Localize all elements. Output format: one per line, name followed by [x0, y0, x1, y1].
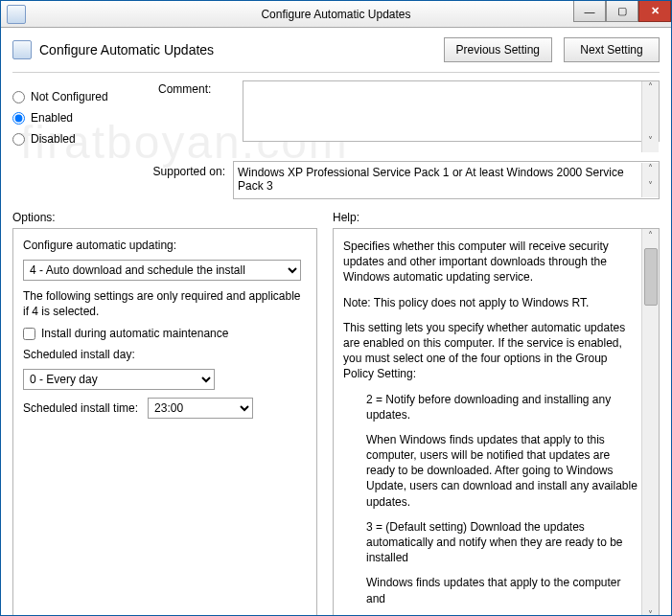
separator: [12, 72, 660, 73]
help-p7: Windows finds updates that apply to the …: [343, 575, 637, 605]
help-panel: Specifies whether this computer will rec…: [333, 228, 660, 616]
comment-label: Comment:: [158, 80, 235, 153]
config-updating-select[interactable]: 4 - Auto download and schedule the insta…: [23, 260, 301, 281]
minimize-button[interactable]: —: [573, 1, 606, 22]
supported-on-value: Windows XP Professional Service Pack 1 o…: [238, 166, 624, 193]
help-p1: Specifies whether this computer will rec…: [343, 239, 637, 285]
supported-on-label: Supported on:: [12, 161, 225, 178]
radio-disabled-label: Disabled: [31, 132, 76, 146]
sched-time-label: Scheduled install time:: [23, 401, 138, 415]
titlebar: Configure Automatic Updates — ▢ ✕: [1, 1, 671, 28]
sched-time-select[interactable]: 23:00: [148, 398, 253, 419]
help-label: Help:: [333, 211, 359, 224]
state-radio-group: Not Configured Enabled Disabled: [12, 80, 147, 153]
maintenance-label: Install during automatic maintenance: [41, 327, 228, 340]
options-label: Options:: [12, 211, 317, 224]
radio-enabled-label: Enabled: [31, 111, 73, 125]
maintenance-checkbox[interactable]: [23, 328, 35, 340]
options-note: The following settings are only required…: [23, 288, 307, 319]
comment-textarea[interactable]: [243, 80, 660, 142]
radio-disabled[interactable]: Disabled: [12, 132, 147, 146]
help-p5: When Windows finds updates that apply to…: [343, 432, 637, 510]
help-scrollbar[interactable]: ˄ ˅: [641, 229, 659, 616]
dialog-window: firatboyan.com Configure Automatic Updat…: [0, 0, 672, 616]
window-title: Configure Automatic Updates: [1, 8, 671, 21]
policy-icon: [7, 5, 26, 24]
radio-disabled-input[interactable]: [12, 133, 25, 146]
scroll-down-icon[interactable]: ˅: [642, 135, 659, 152]
scroll-up-icon[interactable]: ˄: [642, 229, 659, 246]
supported-on-text: Windows XP Professional Service Pack 1 o…: [233, 161, 660, 199]
scroll-up-icon[interactable]: ˄: [642, 81, 659, 99]
scroll-up-icon[interactable]: ˄: [642, 163, 659, 180]
window-controls: — ▢ ✕: [573, 1, 671, 27]
scroll-down-icon[interactable]: ˅: [642, 180, 659, 197]
help-p2: Note: This policy does not apply to Wind…: [343, 295, 637, 310]
close-button[interactable]: ✕: [638, 1, 671, 22]
maximize-button[interactable]: ▢: [606, 1, 638, 22]
radio-not-configured[interactable]: Not Configured: [12, 90, 147, 103]
radio-not-configured-input[interactable]: [12, 91, 25, 103]
sched-day-label: Scheduled install day:: [23, 348, 307, 361]
previous-setting-button[interactable]: Previous Setting: [444, 37, 552, 62]
maintenance-checkbox-row[interactable]: Install during automatic maintenance: [23, 327, 307, 340]
next-setting-button[interactable]: Next Setting: [564, 37, 660, 62]
supported-scrollbar[interactable]: ˄ ˅: [641, 163, 659, 197]
scroll-thumb[interactable]: [644, 248, 658, 306]
options-panel: Configure automatic updating: 4 - Auto d…: [12, 228, 317, 616]
help-p3: This setting lets you specify whether au…: [343, 320, 637, 382]
radio-enabled-input[interactable]: [12, 112, 25, 125]
help-p4: 2 = Notify before downloading and instal…: [343, 392, 637, 422]
sched-day-select[interactable]: 0 - Every day: [23, 369, 215, 390]
policy-title: Configure Automatic Updates: [39, 42, 214, 57]
policy-sheet-icon: [12, 40, 32, 59]
scroll-down-icon[interactable]: ˅: [642, 608, 659, 616]
radio-enabled[interactable]: Enabled: [12, 111, 147, 125]
config-updating-label: Configure automatic updating:: [23, 239, 307, 252]
radio-not-configured-label: Not Configured: [31, 90, 108, 103]
comment-scrollbar[interactable]: ˄ ˅: [641, 81, 659, 152]
help-p6: 3 = (Default setting) Download the updat…: [343, 519, 637, 566]
